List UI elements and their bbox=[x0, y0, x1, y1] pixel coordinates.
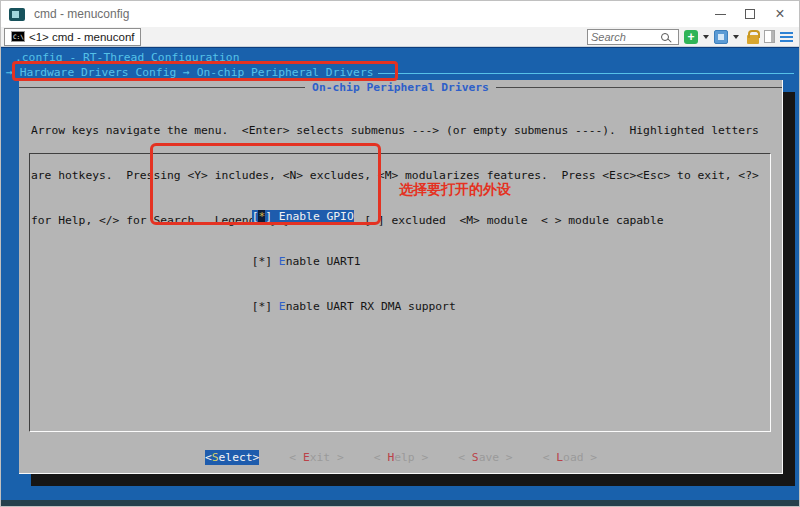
save-button[interactable]: < Save > bbox=[458, 450, 512, 465]
maximize-button[interactable] bbox=[735, 1, 765, 27]
minimize-button[interactable] bbox=[705, 1, 735, 27]
hamburger-menu-icon[interactable] bbox=[780, 32, 793, 42]
menuconfig-dialog: On-chip Peripheral Drivers Arrow keys na… bbox=[19, 80, 783, 474]
menu-item-enable-gpio[interactable]: [*] Enable GPIO bbox=[252, 210, 354, 223]
window-title: cmd - menuconfig bbox=[34, 7, 129, 21]
title-bar: cmd - menuconfig × bbox=[1, 1, 799, 27]
tab-label: <1> cmd - menuconf bbox=[29, 31, 134, 43]
menu-items: [*] Enable GPIO [*] Enable UART1 [*] Ena… bbox=[170, 164, 456, 329]
conemu-app-icon bbox=[9, 8, 25, 21]
window-bottom-bar bbox=[1, 500, 799, 506]
new-console-dropdown-icon[interactable] bbox=[703, 35, 709, 39]
help-button[interactable]: < Help > bbox=[374, 450, 428, 465]
kconfig-backtitle: .config - RT-Thread Configuration bbox=[15, 50, 239, 65]
dialog-buttons: <Select> < Exit > < Help > < Save > < Lo… bbox=[19, 450, 783, 465]
horizontal-rule bbox=[378, 73, 794, 74]
breadcrumb: Hardware Drivers Config → On-chip Periph… bbox=[13, 65, 374, 80]
exit-button[interactable]: < Exit > bbox=[289, 450, 343, 465]
menu-row: [*] Enable GPIO bbox=[170, 194, 456, 209]
menu-item-enable-uart1[interactable]: [*] Enable UART1 bbox=[252, 255, 361, 268]
close-button[interactable]: × bbox=[765, 1, 795, 27]
search-box[interactable] bbox=[587, 29, 679, 45]
select-button[interactable]: <Select> bbox=[205, 450, 259, 465]
minimize-icon bbox=[715, 14, 726, 15]
menu-item-enable-uart-rx-dma[interactable]: [*] Enable UART RX DMA support bbox=[252, 300, 456, 313]
menu-path-row: →Hardware Drivers Config → On-chip Perip… bbox=[6, 65, 794, 80]
maximize-icon bbox=[745, 9, 755, 19]
load-button[interactable]: < Load > bbox=[543, 450, 597, 465]
terminal-area: .config - RT-Thread Configuration →Hardw… bbox=[1, 47, 799, 506]
search-input[interactable] bbox=[591, 31, 661, 43]
search-icon[interactable] bbox=[661, 33, 669, 41]
window-mode-button[interactable] bbox=[714, 30, 728, 44]
new-console-button[interactable]: + bbox=[684, 30, 698, 44]
buffer-scroll-icon[interactable] bbox=[764, 30, 775, 43]
tab-bar: C:\ <1> cmd - menuconf + bbox=[1, 27, 799, 47]
window-controls: × bbox=[705, 1, 795, 27]
menu-row: [*] Enable UART RX DMA support bbox=[170, 284, 456, 299]
menu-row: [*] Enable UART1 bbox=[170, 239, 456, 254]
lock-icon[interactable] bbox=[747, 35, 759, 44]
toolbar-right: + bbox=[587, 29, 796, 45]
menu-listbox: [*] Enable GPIO [*] Enable UART1 [*] Ena… bbox=[29, 153, 771, 432]
window-mode-dropdown-icon[interactable] bbox=[733, 35, 739, 39]
conemu-window: cmd - menuconfig × C:\ <1> cmd - menucon… bbox=[0, 0, 800, 507]
breadcrumb-arrow-icon: → bbox=[6, 65, 13, 80]
tab-cmd-menuconfig[interactable]: C:\ <1> cmd - menuconf bbox=[4, 28, 141, 46]
cmd-icon: C:\ bbox=[11, 31, 25, 42]
